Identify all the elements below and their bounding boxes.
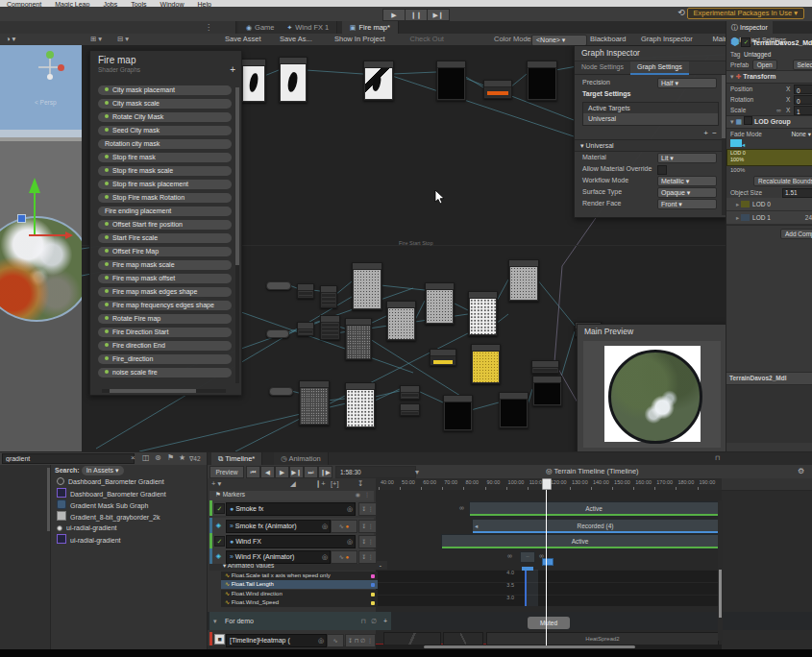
lod-group-checkbox[interactable] (744, 116, 752, 125)
timeline-tab-animation[interactable]: ◷ Animation (274, 452, 329, 465)
track-name[interactable]: ● Smoke fx◎ (226, 502, 356, 516)
scene-view[interactable]: < Persp (0, 45, 82, 451)
search-result-item[interactable]: ui-radial-gradient (51, 534, 207, 546)
fade-mode-dropdown[interactable]: None ▾ (791, 129, 811, 139)
blackboard-property[interactable]: Rotation city mask (98, 139, 232, 149)
save-as--button[interactable]: Save As... (274, 34, 318, 45)
blackboard-toggle[interactable]: Blackboard (584, 34, 632, 45)
move-gizmo-y-arrow[interactable] (29, 178, 40, 193)
undo-history-icon[interactable]: ⟲ (677, 8, 685, 17)
prefab-select-button[interactable]: Select (793, 60, 812, 70)
search-clear-icon[interactable]: × (131, 453, 135, 462)
transport-button[interactable]: ⏮ (246, 466, 260, 478)
curves-record-buttons[interactable]: ∿ ● (331, 550, 357, 564)
graph-node-small[interactable] (320, 315, 340, 340)
graph-node-noise-light[interactable] (352, 262, 382, 310)
tree-scrollbar[interactable] (47, 468, 50, 531)
lod-row-lod-1[interactable]: ▸ LOD 124 (726, 211, 812, 225)
graph-node-black[interactable] (527, 61, 557, 101)
inspector-tab-inspector[interactable]: ⓘ Inspector (726, 21, 773, 34)
tab-fire-map-[interactable]: ▣Fire map* (342, 21, 399, 34)
show-in-project-button[interactable]: Show In Project (329, 34, 391, 45)
graph-node-black[interactable] (532, 376, 562, 406)
heatmap-empty-clip-1[interactable] (383, 632, 441, 645)
lod-row-lod-0[interactable]: ▸ LOD 0 (726, 198, 812, 211)
blackboard-property[interactable]: Offset Start fire position (98, 220, 232, 230)
graph-node-small[interactable] (531, 360, 559, 374)
marker-pin-icon[interactable]: ↧ (357, 479, 363, 488)
setting-dropdown[interactable]: Front ▾ (657, 199, 717, 209)
track-wind-fx[interactable]: ✓● Wind FX◎↧ ⋮ (209, 533, 374, 548)
wind-anim-recorded-bit[interactable] (542, 558, 554, 566)
animated-value-row[interactable]: ∿ Float.Scale tail x axis when speed onl… (221, 572, 378, 580)
step-button[interactable]: ▶❙ (427, 9, 450, 21)
setting-dropdown[interactable]: Lit ▾ (657, 153, 717, 163)
clip-smoke-active[interactable]: Active (469, 501, 719, 517)
add-component-button[interactable]: Add Component (780, 229, 812, 239)
blackboard-property[interactable]: Fire Direction Start (98, 328, 232, 337)
graph-node-white-stripe[interactable] (363, 61, 394, 101)
lod-group-section-header[interactable]: ▾ ▦ LOD Group (726, 115, 812, 129)
search-result-item[interactable]: ui-radial-gradient (51, 523, 207, 534)
timeline-playhead[interactable] (546, 478, 547, 645)
search-scope-dropdown[interactable]: In Assets ▾ (82, 466, 124, 475)
track-enabled-checkbox[interactable]: ✓ (214, 503, 225, 514)
heatmap-track-buttons[interactable]: ↧ ⊓ ∅ ⋮ (345, 634, 376, 647)
timeline-add-button[interactable]: + ▾ (211, 479, 221, 488)
tag-value-dropdown[interactable]: Untagged (744, 51, 771, 58)
heatmap-empty-clip-2[interactable] (443, 632, 483, 645)
animated-value-row[interactable]: ∿ Float.Wind direction (221, 590, 378, 598)
group-lock-icon[interactable]: ⊓ (361, 612, 366, 630)
object-enabled-checkbox[interactable]: ✓ (741, 37, 750, 47)
blackboard-property[interactable]: Stop fire mask placement (98, 180, 232, 189)
move-gizmo-x-line[interactable] (29, 234, 67, 236)
graph-node-noise-light[interactable] (425, 282, 455, 325)
blackboard-property[interactable]: Fire map frequencys edges shape (98, 301, 232, 310)
group-add-button[interactable]: + (383, 612, 387, 630)
tab-wind-fx-1[interactable]: ✦Wind FX 1 (279, 21, 337, 34)
graph-inspector-toggle[interactable]: Graph Inspector (635, 34, 699, 45)
timeline-vscrollbar[interactable] (718, 500, 723, 641)
blackboard-property[interactable]: Stop Fire mask Rotation (98, 193, 232, 203)
axis-x-field[interactable]: 1 (794, 106, 812, 115)
track-buttons[interactable]: ↧ ⋮ (358, 502, 377, 516)
graph-node-black[interactable] (499, 392, 529, 428)
search-result-item[interactable]: Gradient_8-bit_grayborder_2k (51, 511, 207, 523)
gi-tab-node-settings[interactable]: Node Settings (575, 61, 630, 73)
shading-mode-icon[interactable]: ◑ ▾ (6, 35, 15, 43)
graph-node-white-blob[interactable] (279, 57, 308, 103)
timeline-playhead-handle[interactable] (542, 478, 552, 490)
track-name[interactable]: » Wind FX (Animator)◎ (226, 550, 331, 564)
project-folder-tree[interactable] (0, 465, 51, 650)
main-preview-panel[interactable]: Main Preview (577, 324, 726, 451)
prefab-open-button[interactable]: Open (752, 60, 777, 70)
clip-recorded[interactable]: ◂ Recorded (4) (472, 519, 719, 534)
transport-button[interactable]: ▶❙ (289, 466, 304, 478)
graph-node-noise-dark[interactable] (345, 318, 372, 360)
blackboard-property[interactable]: City mask scale (98, 99, 232, 109)
blackboard-property[interactable]: Fire_direction (98, 354, 232, 364)
add-target-button[interactable]: + (703, 129, 708, 137)
saved-search-icon[interactable]: ◫ (142, 453, 150, 462)
blackboard-property[interactable]: Offset Fire Map (98, 247, 232, 256)
blackboard-panel[interactable]: Fire map Shader Graphs + City mask place… (89, 50, 242, 396)
animated-values-curve-area[interactable]: 4.03.53.0 (376, 570, 722, 606)
search-result-item[interactable]: Dashboard_Barometer Gradient (51, 488, 207, 499)
blackboard-property[interactable]: Rotate Fire map (98, 314, 232, 324)
blackboard-property[interactable]: Stop fire mask (98, 153, 232, 162)
tab-game[interactable]: ◉Game (238, 21, 283, 34)
track-smoke-fx[interactable]: ✓● Smoke fx◎↧ ⋮ (209, 500, 374, 516)
search-input[interactable] (2, 453, 135, 464)
graph-node-small[interactable] (400, 385, 420, 400)
setting-dropdown[interactable]: Opaque ▾ (657, 187, 717, 198)
graph-node-small[interactable] (320, 285, 337, 308)
graph-node-small[interactable] (400, 403, 420, 416)
favorite-icon[interactable]: ★ (179, 453, 185, 462)
blackboard-property[interactable]: Fire direction End (98, 341, 232, 351)
transport-button[interactable]: ❙▶ (318, 466, 332, 478)
blackboard-add-button[interactable]: + (230, 64, 235, 75)
axis-x-field[interactable]: 0 (794, 95, 812, 105)
lod-camera-icon[interactable] (730, 139, 742, 147)
blackboard-property[interactable]: Fire map mask scale (98, 260, 232, 270)
graph-node-bar-orange[interactable] (483, 80, 512, 99)
